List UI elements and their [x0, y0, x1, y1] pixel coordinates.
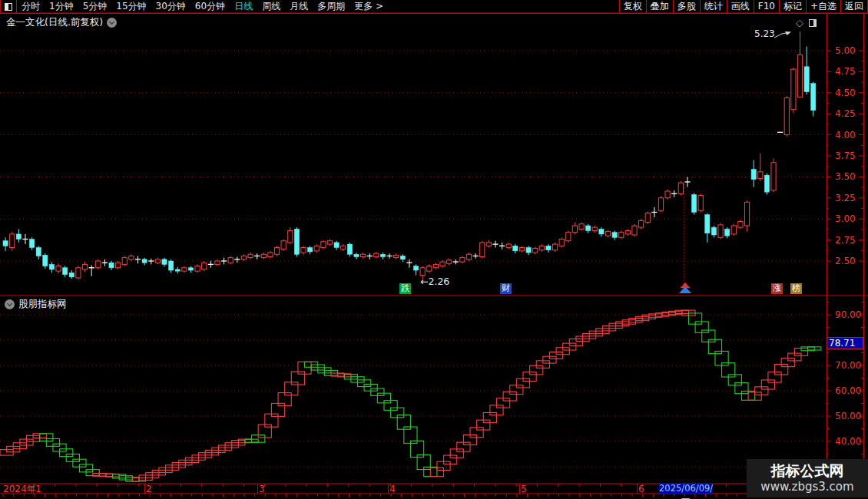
- candle-up: [248, 254, 253, 257]
- candle-up: [374, 253, 379, 256]
- candle-up: [202, 263, 207, 269]
- pane-layout-icon[interactable]: [809, 19, 817, 27]
- candle-up: [281, 241, 286, 250]
- month-label: 1: [35, 484, 41, 494]
- candle-up: [182, 268, 187, 271]
- month-label: 5: [521, 484, 527, 494]
- year-label: 2024年: [3, 484, 36, 494]
- price-axis-label: 3.50: [835, 171, 868, 182]
- candle-down: [526, 247, 531, 253]
- candle-up: [698, 196, 703, 211]
- candle-up: [619, 233, 624, 238]
- high-price-annotation: 5.23: [754, 28, 775, 39]
- candle-down: [380, 254, 385, 256]
- candle-up: [665, 191, 670, 198]
- candle-up: [632, 226, 637, 235]
- candle-down: [43, 255, 48, 266]
- candle-up: [533, 249, 538, 253]
- candle-up: [639, 220, 644, 227]
- candle-down: [354, 254, 359, 256]
- candle-up: [605, 232, 610, 236]
- candle-up: [420, 268, 425, 276]
- month-label: 4: [389, 484, 396, 494]
- candle-up: [195, 266, 200, 272]
- signal-badge-跌: 跌: [399, 283, 411, 294]
- low-price-annotation: ←2.26: [420, 276, 449, 287]
- indicator-axis-label: 70.00: [835, 360, 868, 371]
- candle-up: [678, 183, 683, 193]
- candle-up: [645, 213, 650, 223]
- candle-down: [513, 246, 518, 251]
- watermark: 指标公式网 www.zbgs3.com: [747, 459, 868, 497]
- candle-up: [791, 69, 796, 110]
- candle-down: [691, 194, 696, 212]
- price-axis-label: 4.25: [835, 108, 868, 119]
- candle-up: [579, 224, 584, 230]
- candle-down: [599, 229, 604, 234]
- candle-down: [49, 264, 54, 269]
- candle-up: [129, 256, 134, 259]
- chart-canvas[interactable]: [0, 0, 868, 499]
- indicator-value-badge: 78.71: [827, 337, 863, 349]
- candle-up: [288, 231, 293, 243]
- candle-up: [360, 254, 365, 256]
- candle-down: [109, 263, 114, 268]
- candle-down: [764, 175, 769, 192]
- candle-up: [261, 254, 266, 257]
- candle-up: [460, 258, 465, 262]
- price-axis-label: 4.50: [835, 88, 868, 98]
- candle-down: [16, 234, 21, 240]
- candle-up: [274, 247, 279, 254]
- candle-down: [705, 215, 710, 233]
- candle-up: [519, 247, 524, 250]
- diamond-icon[interactable]: ◇: [796, 18, 803, 28]
- candle-down: [546, 246, 551, 250]
- candle-up: [552, 244, 557, 250]
- candle-up: [658, 198, 663, 210]
- price-axis-label: 4.00: [835, 130, 868, 140]
- candle-up: [480, 243, 485, 257]
- candle-down: [3, 241, 8, 246]
- price-axis-label: 3.75: [835, 150, 868, 161]
- candle-down: [29, 240, 34, 248]
- candle-up: [486, 243, 491, 246]
- candle-up: [625, 231, 630, 234]
- candle-up: [506, 244, 511, 247]
- title-chevron-down-icon[interactable]: [107, 18, 117, 28]
- signal-badge-涨: 涨: [771, 283, 783, 294]
- candle-up: [440, 262, 445, 266]
- month-label: 6: [638, 484, 644, 494]
- candle-down: [804, 67, 809, 92]
- candle-up: [539, 246, 544, 250]
- candle-up: [314, 246, 319, 251]
- candle-up: [784, 97, 789, 134]
- price-axis-label: 4.75: [835, 66, 868, 77]
- candle-up: [327, 241, 332, 244]
- candle-down: [586, 226, 591, 231]
- candle-up: [228, 258, 233, 263]
- candle-down: [725, 229, 730, 236]
- candle-down: [811, 84, 816, 111]
- candle-down: [63, 268, 68, 275]
- candle-up: [215, 261, 220, 264]
- candle-up: [56, 266, 61, 272]
- price-axis-label: 5.00: [835, 45, 868, 56]
- candle-down: [142, 259, 147, 263]
- indicator-axis-label: 50.00: [835, 411, 868, 421]
- candle-up: [301, 247, 306, 253]
- price-axis-label: 2.75: [835, 235, 868, 246]
- watermark-title: 指标公式网: [771, 462, 844, 480]
- candle-up: [427, 266, 432, 272]
- candle-up: [771, 163, 776, 190]
- signal-badge-榜: 榜: [790, 283, 802, 294]
- candle-down: [294, 229, 299, 254]
- month-label: 2: [146, 484, 152, 494]
- trading-app-window: 分时1分钟5分钟15分钟30分钟60分钟日线周线月线多周期更多 > 复权叠加多股…: [0, 0, 868, 499]
- candle-up: [744, 202, 749, 226]
- chart-title-row: 金一文化(日线.前复权): [6, 16, 117, 29]
- month-label: 3: [259, 484, 265, 494]
- candle-down: [69, 273, 74, 276]
- candle-up: [738, 221, 743, 227]
- indicator-chevron-down-icon[interactable]: [5, 299, 15, 309]
- candle-down: [612, 233, 617, 238]
